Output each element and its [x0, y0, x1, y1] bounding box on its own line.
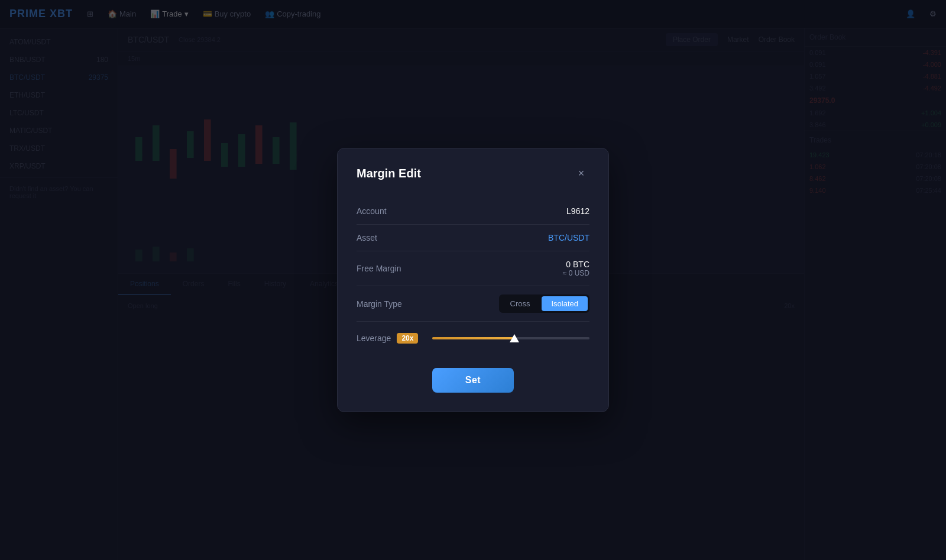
asset-label: Asset	[357, 233, 377, 242]
slider-thumb[interactable]	[510, 334, 519, 342]
slider-fill-right	[514, 337, 589, 339]
slider-track[interactable]	[432, 337, 589, 339]
set-button[interactable]: Set	[432, 368, 514, 393]
asset-row: Asset BTC/USDT	[357, 225, 589, 251]
modal-overlay: Margin Edit × Account L9612 Asset BTC/US…	[0, 0, 946, 560]
set-button-container: Set	[357, 368, 589, 393]
account-row: Account L9612	[357, 198, 589, 225]
slider-fill-left	[432, 337, 514, 339]
leverage-slider-container	[432, 332, 589, 344]
free-margin-value: 0 BTC ≈ 0 USD	[563, 260, 589, 277]
modal-title: Margin Edit	[357, 167, 421, 180]
margin-type-row: Margin Type Cross Isolated	[357, 286, 589, 322]
modal-close-button[interactable]: ×	[573, 165, 589, 182]
leverage-label: Leverage	[357, 334, 391, 343]
free-margin-usd: ≈ 0 USD	[563, 269, 589, 277]
account-value: L9612	[566, 206, 589, 216]
margin-edit-modal: Margin Edit × Account L9612 Asset BTC/US…	[337, 148, 609, 412]
account-label: Account	[357, 206, 387, 216]
cross-button[interactable]: Cross	[501, 296, 540, 311]
margin-type-label: Margin Type	[357, 299, 402, 309]
free-margin-btc: 0 BTC	[566, 260, 589, 269]
free-margin-row: Free Margin 0 BTC ≈ 0 USD	[357, 251, 589, 286]
free-margin-label: Free Margin	[357, 264, 401, 273]
margin-type-toggle: Cross Isolated	[499, 294, 590, 313]
modal-header: Margin Edit ×	[357, 165, 589, 182]
asset-value: BTC/USDT	[548, 233, 589, 242]
isolated-button[interactable]: Isolated	[542, 296, 588, 311]
leverage-badge: 20x	[397, 333, 418, 344]
leverage-row: Leverage 20x	[357, 322, 589, 351]
